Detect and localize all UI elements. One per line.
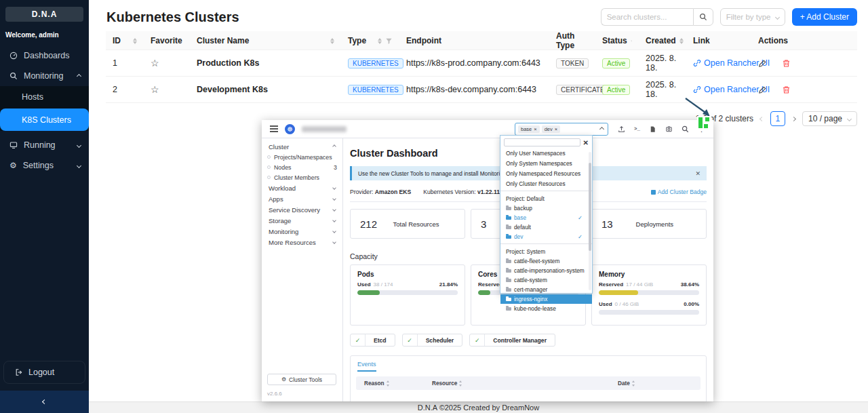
namespace-search-input[interactable] [504,138,580,146]
folder-icon [506,260,511,263]
sidebar-item-settings[interactable]: ⚙ Settings [0,155,89,176]
option-only-user-namespaces[interactable]: Only User Namespaces [500,148,592,158]
cell-id: 2 [106,85,144,94]
col-header-created[interactable]: Created [639,36,686,45]
search-input[interactable] [601,8,693,26]
cluster-name-redacted [302,126,347,132]
namespace-item-cattle-system[interactable]: cattle-system [500,275,592,285]
add-cluster-badge-link[interactable]: Add Cluster Badge [651,189,707,195]
add-cluster-button[interactable]: + Add Cluster [792,8,857,26]
events-col-date[interactable]: Date [618,380,692,387]
namespace-item-dev[interactable]: dev✓ [500,232,592,241]
banner-close-icon[interactable]: ✕ [695,170,701,177]
namespace-item-kube-node-lease[interactable]: kube-node-lease [500,304,592,313]
logout-icon [15,368,23,376]
nav-section-apps[interactable]: Apps [262,193,342,204]
remove-tag-icon[interactable]: × [555,126,557,132]
nav-item-nodes[interactable]: Nodes3 [262,162,342,172]
remove-tag-icon[interactable]: × [534,126,536,132]
nav-section-workload[interactable]: Workload [262,182,342,193]
namespace-item-backup[interactable]: backup [500,203,592,213]
type-filter-select[interactable]: Filter by type [720,8,785,26]
stat-label: Deployments [613,220,696,228]
nav-item-cluster-members[interactable]: Cluster Members [262,172,342,182]
cell-cluster-name: Development K8s [190,85,341,94]
copy-kubeconfig-icon[interactable] [665,125,673,133]
page-number-button[interactable]: 1 [770,111,785,126]
folder-icon [506,288,511,292]
namespace-item-base[interactable]: base✓ [500,213,592,222]
page-size-select[interactable]: 10 / page [802,111,857,126]
nav-section-service-discovery[interactable]: Service Discovery [262,204,342,215]
col-header-id[interactable]: ID [106,36,144,45]
nav-section-monitoring[interactable]: Monitoring [262,226,342,237]
namespace-item-cattle-impersonation-system[interactable]: cattle-impersonation-system [500,266,592,275]
sidebar-collapse-button[interactable] [0,391,89,413]
cluster-tools-button[interactable]: ⚙ Cluster Tools [267,374,336,385]
namespace-tag[interactable]: dev× [542,125,560,133]
folder-icon [506,298,511,301]
delete-button[interactable] [782,59,791,68]
kubectl-shell-icon[interactable]: >_ [634,126,640,132]
extension-icon[interactable] [697,116,711,130]
chevron-down-icon [332,218,336,222]
namespace-item-cert-manager[interactable]: cert-manager [500,285,592,294]
search-button[interactable] [693,8,713,26]
chevron-down-icon [332,208,336,212]
sidebar-item-k8s-clusters[interactable]: K8S Clusters [0,109,89,131]
kubeconfig-file-icon[interactable] [649,125,656,133]
option-only-cluster-resources[interactable]: Only Cluster Resources [500,178,592,189]
col-header-status[interactable]: Status [595,36,639,45]
namespace-dropdown-panel: ✕ Only User Namespaces Only System Names… [500,135,593,294]
nav-item-projects-namespaces[interactable]: Projects/Namespaces [262,152,342,162]
col-header-name[interactable]: Cluster Name [190,36,341,45]
cell-endpoint: https://k8s-dev.company.com:6443 [399,85,549,94]
divider [500,191,592,191]
namespace-filter-combobox[interactable]: base× dev× [515,123,608,136]
delete-button[interactable] [782,85,791,94]
sidebar-item-running[interactable]: Running [0,135,89,155]
gear-icon: ⚙ [281,376,286,382]
nav-section-cluster[interactable]: Cluster [262,141,342,152]
kubernetes-logo-icon: ☸ [285,124,295,134]
events-col-resource[interactable]: Resource [432,380,618,387]
page-footer: D.N.A ©2025 Created by DreamNow [89,401,868,413]
sidebar-item-label: Settings [23,161,54,170]
favorite-star-icon[interactable]: ☆ [151,58,159,68]
namespace-item-ingress-nginx[interactable]: ingress-nginx [500,294,592,304]
logout-button[interactable]: Logout [3,361,85,384]
edit-button[interactable] [758,85,767,94]
option-only-system-namespaces[interactable]: Only System Namespaces [500,158,592,168]
col-header-favorite[interactable]: Favorite [144,36,190,45]
memory-reserved-progress-bar [599,290,699,295]
sort-icon [632,380,635,387]
namespace-item-cattle-fleet-system[interactable]: cattle-fleet-system [500,256,592,266]
type-badge: KUBERNETES [348,85,403,95]
search-box [601,8,713,26]
nav-section-more-resources[interactable]: More Resources [262,237,342,248]
folder-icon [506,207,511,210]
col-header-type[interactable]: Type [341,36,399,45]
namespace-tag[interactable]: base× [518,125,540,133]
sidebar-item-monitoring[interactable]: Monitoring [0,66,89,86]
scrollbar-thumb[interactable] [589,163,591,251]
next-page-button[interactable] [791,116,796,121]
prev-page-button[interactable] [760,116,764,121]
sidebar-item-hosts[interactable]: Hosts [0,86,89,107]
chevron-down-icon [847,116,852,121]
rancher-version: v2.6.6 [267,391,282,397]
favorite-star-icon[interactable]: ☆ [151,84,159,95]
filter-icon [385,37,393,45]
namespace-item-default[interactable]: default [500,222,592,232]
edit-button[interactable] [758,59,767,68]
tab-events[interactable]: Events [357,361,376,372]
events-col-reason[interactable]: Reason [364,380,432,387]
nav-section-storage[interactable]: Storage [262,215,342,226]
pencil-icon [758,85,767,94]
hamburger-menu-icon[interactable] [270,128,278,130]
search-icon[interactable] [682,125,689,133]
sidebar-item-dashboards[interactable]: Dashboards [0,45,89,66]
import-yaml-icon[interactable] [618,125,625,133]
option-only-namespaced-resources[interactable]: Only Namespaced Resources [500,168,592,178]
close-icon[interactable]: ✕ [583,139,589,146]
